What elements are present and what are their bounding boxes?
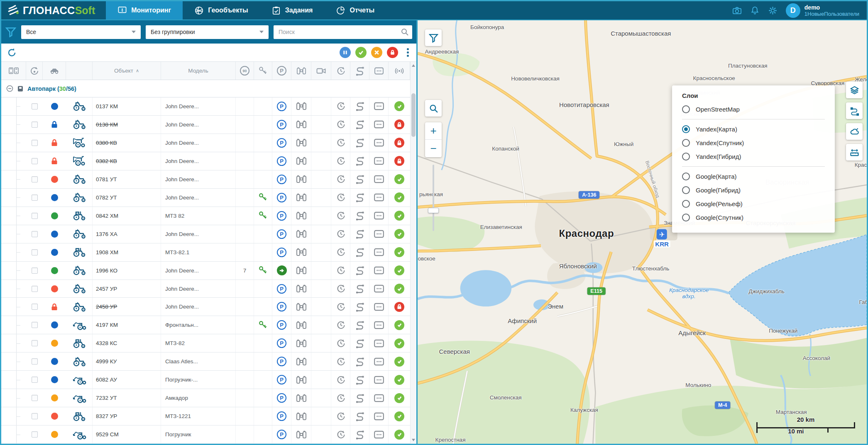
row-checkbox[interactable] (32, 304, 38, 310)
ruler-button[interactable] (846, 144, 863, 160)
terminal-icon[interactable] (374, 174, 384, 184)
history-icon[interactable] (335, 338, 346, 348)
table-row[interactable]: 6082 АУ Погрузчик-... (1, 371, 410, 389)
terminal-icon[interactable] (374, 430, 384, 440)
parking-icon[interactable] (277, 120, 286, 129)
binoculars-icon[interactable] (296, 247, 307, 257)
radio-icon[interactable] (682, 173, 690, 180)
track-icon[interactable] (355, 101, 365, 111)
track-icon[interactable] (355, 393, 365, 403)
moving-arrow-icon[interactable] (277, 265, 287, 275)
table-row[interactable]: 2458 УР John Deere... (1, 298, 410, 316)
track-icon[interactable] (355, 174, 365, 184)
map-canvas[interactable]: Бойкопонура Старомышастовская Андреевска… (418, 20, 867, 444)
table-row[interactable]: 2457 УР John Deere... (1, 280, 410, 298)
column-object[interactable]: Объект∧ (93, 62, 161, 80)
follow-column[interactable] (291, 62, 311, 80)
track-icon[interactable] (355, 247, 365, 257)
row-checkbox[interactable] (32, 103, 38, 109)
table-row[interactable]: 0842 ХМ МТЗ 82 (1, 207, 410, 225)
track-icon[interactable] (355, 229, 365, 239)
history-icon[interactable] (335, 101, 346, 111)
track-icon[interactable] (355, 320, 365, 330)
terminal-icon[interactable] (374, 156, 384, 166)
track-icon[interactable] (355, 265, 365, 275)
parking-icon[interactable] (277, 138, 286, 148)
row-checkbox[interactable] (32, 340, 38, 346)
brand-logo[interactable]: ГЛОНАССSoft (1, 1, 106, 19)
screenshot-button[interactable] (732, 6, 742, 15)
parking-icon[interactable] (277, 211, 286, 221)
terminal-icon[interactable] (374, 211, 384, 221)
course-column-icon[interactable] (26, 62, 43, 80)
row-checkbox[interactable] (32, 431, 38, 438)
group-row-autopark[interactable]: Автопарк (30/56) (1, 80, 410, 97)
split-view-button[interactable] (1, 62, 26, 80)
signal-column[interactable] (389, 62, 410, 80)
layer-option[interactable]: Google(Гибрид) (682, 183, 825, 197)
parking-icon[interactable] (277, 320, 286, 330)
radio-icon[interactable] (682, 105, 690, 113)
search-icon[interactable] (401, 28, 409, 38)
track-column[interactable] (350, 62, 369, 80)
table-row[interactable]: 1376 ХА John Deere... (1, 225, 410, 243)
parking-icon[interactable] (277, 248, 286, 257)
video-column[interactable] (311, 62, 331, 80)
map-filter-button[interactable] (425, 29, 442, 46)
table-row[interactable]: 0137 КМ John Deere... (1, 97, 410, 116)
history-icon[interactable] (335, 320, 346, 330)
history-icon[interactable] (335, 174, 346, 184)
parking-icon[interactable] (277, 375, 286, 384)
row-checkbox[interactable] (32, 249, 38, 255)
scroll-up-icon[interactable] (412, 64, 415, 67)
zoom-out-button[interactable]: − (425, 140, 442, 157)
parking-icon[interactable] (277, 430, 286, 439)
track-icon[interactable] (355, 357, 365, 367)
row-checkbox[interactable] (32, 322, 38, 328)
pause-badge-icon[interactable] (340, 47, 351, 58)
binoculars-icon[interactable] (296, 265, 307, 275)
history-icon[interactable] (335, 247, 346, 257)
terminal-icon[interactable] (374, 411, 384, 421)
history-icon[interactable] (335, 393, 346, 403)
user-menu[interactable]: D demo 1НовыеПользователи (786, 3, 859, 18)
binoculars-icon[interactable] (296, 101, 307, 111)
track-icon[interactable] (355, 338, 365, 348)
ok-badge-icon[interactable] (355, 47, 367, 58)
parking-icon[interactable] (277, 156, 286, 166)
terminal-icon[interactable] (374, 101, 384, 111)
scrollbar-thumb[interactable] (411, 93, 416, 137)
lock-badge-icon[interactable] (387, 47, 398, 58)
binoculars-icon[interactable] (296, 302, 307, 312)
table-row[interactable]: 0380 КВ John Deere... (1, 134, 410, 152)
history-icon[interactable] (335, 411, 346, 421)
history-icon[interactable] (335, 138, 346, 148)
binoculars-icon[interactable] (296, 393, 307, 403)
table-row[interactable]: 0781 УТ John Deere... (1, 170, 410, 189)
table-row[interactable]: 4999 КУ Claas Atles... (1, 353, 410, 371)
speed-limit-column[interactable] (236, 62, 254, 80)
terminal-icon[interactable] (374, 265, 384, 275)
binoculars-icon[interactable] (296, 156, 307, 166)
table-row[interactable]: 1908 ХМ МТЗ-82.1 (1, 243, 410, 262)
terminal-icon[interactable] (374, 229, 384, 239)
binoculars-icon[interactable] (296, 284, 307, 294)
table-row[interactable]: 4197 КМ Фронтальн... (1, 316, 410, 334)
row-checkbox[interactable] (32, 231, 38, 237)
layer-option[interactable]: OpenStreetMap (682, 102, 825, 116)
history-icon[interactable] (335, 302, 346, 312)
table-row[interactable]: 8327 УР МТЗ-1221 (1, 407, 410, 426)
terminal-icon[interactable] (374, 192, 384, 202)
binoculars-icon[interactable] (296, 192, 307, 202)
table-row[interactable]: 0382 КВ John Deere... (1, 152, 410, 170)
layer-option[interactable]: Yandex(Спутник) (682, 136, 825, 150)
parking-icon[interactable] (277, 284, 286, 294)
terminal-icon[interactable] (374, 302, 384, 312)
search-input[interactable] (274, 25, 412, 39)
table-row[interactable]: 0138 КМ John Deere... (1, 116, 410, 134)
parking-icon[interactable] (277, 338, 286, 348)
layer-option[interactable]: Google(Спутник) (682, 211, 825, 224)
nav-tab[interactable]: Отчеты (324, 1, 386, 19)
fleet-filter-select[interactable]: Все (21, 25, 141, 39)
row-checkbox[interactable] (32, 267, 38, 274)
